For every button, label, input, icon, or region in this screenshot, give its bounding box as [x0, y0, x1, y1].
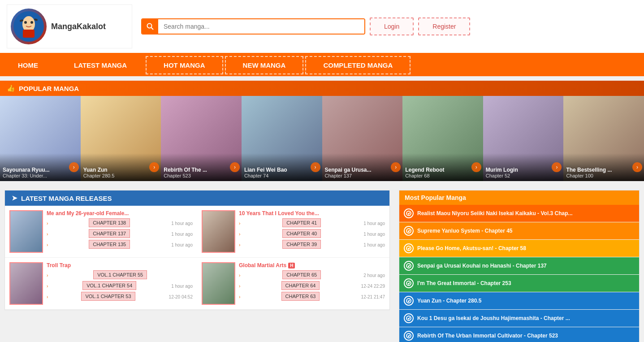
- popular-icon: 👍: [7, 84, 15, 92]
- nav-home[interactable]: HOME: [0, 54, 56, 76]
- nav-hot[interactable]: HOT MANGA: [146, 56, 223, 74]
- manga-card[interactable]: Legend Reboot Chapter 68 ›: [402, 96, 483, 181]
- search-input[interactable]: [158, 19, 364, 34]
- manga-title: Legend Reboot: [405, 167, 480, 173]
- right-panel: Most Popular Manga Realist Maou Niyoru S…: [394, 186, 644, 342]
- register-button[interactable]: Register: [418, 17, 470, 35]
- popular-item-text[interactable]: Realist Maou Niyoru Seiiki Naki Isekai K…: [417, 210, 635, 216]
- chapter-time: 1 hour ago: [171, 221, 193, 226]
- nav-latest[interactable]: LATEST MANGA: [56, 54, 145, 76]
- manga-card[interactable]: Yuan Zun Chapter 280.5 ›: [81, 96, 161, 181]
- latest-item: Troll Trap › VOL.1 CHAPTER 55 › VOL.1 CH…: [5, 258, 197, 310]
- logo-area: MangaKakalot: [7, 4, 132, 48]
- popular-item-text[interactable]: Senpai ga Urusai Kouhai no Hanashi - Cha…: [417, 263, 635, 269]
- chapter-button[interactable]: CHAPTER 63: [281, 292, 320, 301]
- latest-item: Me and My 26-year-old Female... › CHAPTE…: [5, 206, 197, 258]
- chapter-button[interactable]: CHAPTER 64: [281, 281, 320, 290]
- manga-title: Senpai ga Urusa...: [325, 167, 400, 173]
- nav-new[interactable]: NEW MANGA: [225, 56, 304, 74]
- popular-list-item[interactable]: Rebirth Of The Urban Immortal Cultivator…: [399, 327, 639, 342]
- chapter-arrow-icon: ›: [47, 294, 48, 299]
- popular-list-item[interactable]: Kou 1 Desu ga Isekai de Joushu Hajimemas…: [399, 310, 639, 327]
- manga-card[interactable]: The Bestselling ... Chapter 100 ›: [563, 96, 644, 181]
- popular-item-text[interactable]: Yuan Zun - Chapter 280.5: [417, 298, 635, 304]
- chapter-button[interactable]: CHAPTER 39: [282, 240, 321, 249]
- svg-rect-2: [23, 30, 35, 38]
- popular-header: 👍 POPULAR MANGA: [0, 81, 644, 96]
- chapter-button[interactable]: CHAPTER 40: [282, 229, 321, 238]
- chapter-row: › VOL.1 CHAPTER 55: [47, 270, 193, 280]
- popular-item-text[interactable]: Please Go Home, Akutsu-san! - Chapter 58: [417, 245, 635, 251]
- chapter-time: 1 hour ago: [363, 242, 385, 247]
- chapter-time: 12-20 04:52: [169, 294, 193, 299]
- manga-arrow-icon: ›: [632, 162, 642, 172]
- auth-buttons: Login Register: [370, 17, 470, 35]
- chapter-arrow-icon: ›: [239, 294, 240, 299]
- chapter-time: 12-24 22:29: [361, 284, 385, 289]
- chapter-time: 1 hour ago: [171, 232, 193, 237]
- chapter-arrow-icon: ›: [47, 242, 48, 247]
- chapter-arrow-icon: ›: [239, 273, 240, 278]
- popular-item-text[interactable]: Supreme Yanluo System - Chapter 45: [417, 228, 635, 234]
- svg-point-7: [147, 24, 152, 28]
- popular-title: POPULAR MANGA: [19, 85, 79, 92]
- nav-completed[interactable]: COMPLETED MANGA: [305, 56, 411, 74]
- manga-card[interactable]: Senpai ga Urusa... Chapter 137 ›: [322, 96, 403, 181]
- chapter-arrow-icon: ›: [47, 284, 48, 289]
- manga-card[interactable]: Murim Login Chapter 52 ›: [483, 96, 564, 181]
- chapter-row: › CHAPTER 39 1 hour ago: [239, 240, 385, 250]
- login-button[interactable]: Login: [370, 17, 414, 35]
- popular-list-item[interactable]: Yuan Zun - Chapter 280.5: [399, 292, 639, 310]
- popular-item-icon: [404, 226, 414, 236]
- latest-item-info: 10 Years That I Loved You the... › CHAPT…: [239, 210, 385, 253]
- latest-item-info: Global Martial ArtsH › CHAPTER 65 2 hour…: [239, 262, 385, 305]
- popular-item-icon: [404, 243, 414, 253]
- chapter-row: › CHAPTER 138 1 hour ago: [47, 218, 193, 228]
- manga-card[interactable]: Lian Fei Wei Bao Chapter 74 ›: [242, 96, 322, 181]
- latest-item-title[interactable]: Global Martial ArtsH: [239, 262, 385, 268]
- chapter-arrow-icon: ›: [47, 273, 48, 278]
- popular-list-item[interactable]: I'm The Great Immortal - Chapter 253: [399, 275, 639, 292]
- svg-point-4: [30, 21, 33, 24]
- popular-list-item[interactable]: Realist Maou Niyoru Seiiki Naki Isekai K…: [399, 205, 639, 222]
- manga-card[interactable]: Sayounara Ryuu... Chapter 33: Under... ›: [0, 96, 81, 181]
- latest-item-title[interactable]: Me and My 26-year-old Female...: [47, 210, 193, 216]
- chapter-button[interactable]: CHAPTER 137: [89, 229, 130, 238]
- chapter-arrow-icon: ›: [47, 221, 48, 226]
- chapter-button[interactable]: CHAPTER 135: [89, 240, 130, 249]
- chapter-button[interactable]: VOL.1 CHAPTER 53: [81, 292, 135, 301]
- manga-chapter: Chapter 137: [325, 173, 400, 178]
- manga-chapter: Chapter 52: [486, 173, 561, 178]
- latest-item-title[interactable]: 10 Years That I Loved You the...: [239, 210, 385, 216]
- chapter-button[interactable]: VOL.1 CHAPTER 54: [82, 281, 136, 290]
- popular-list-header: Most Popular Manga: [399, 190, 639, 205]
- manga-title: Lian Fei Wei Bao: [244, 167, 320, 173]
- popular-list-item[interactable]: Please Go Home, Akutsu-san! - Chapter 58: [399, 240, 639, 257]
- chapter-row: › CHAPTER 63 12-21 21:47: [239, 292, 385, 302]
- site-name: MangaKakalot: [51, 22, 106, 31]
- popular-item-icon: [404, 208, 414, 218]
- manga-arrow-icon: ›: [471, 162, 481, 172]
- popular-item-text[interactable]: Rebirth Of The Urban Immortal Cultivator…: [417, 333, 635, 339]
- manga-chapter: Chapter 74: [244, 173, 320, 178]
- chapter-button[interactable]: VOL.1 CHAPTER 55: [93, 270, 147, 279]
- manga-card[interactable]: Rebirth Of The ... Chapter 523 ›: [161, 96, 242, 181]
- chapter-time: 12-21 21:47: [361, 294, 385, 299]
- chapter-button[interactable]: CHAPTER 138: [89, 218, 130, 227]
- manga-arrow-icon: ›: [230, 162, 240, 172]
- popular-item-icon: [404, 331, 414, 341]
- popular-list-item[interactable]: Supreme Yanluo System - Chapter 45: [399, 222, 639, 240]
- latest-icon: ➤: [12, 194, 17, 202]
- chapter-button[interactable]: CHAPTER 41: [282, 218, 321, 227]
- chapter-button[interactable]: CHAPTER 65: [282, 270, 321, 279]
- popular-item-text[interactable]: I'm The Great Immortal - Chapter 253: [417, 280, 635, 286]
- chapter-time: 1 hour ago: [171, 242, 193, 247]
- header: MangaKakalot Login Register: [0, 0, 644, 54]
- popular-item-text[interactable]: Kou 1 Desu ga Isekai de Joushu Hajimemas…: [417, 315, 635, 321]
- popular-list-item[interactable]: Senpai ga Urusai Kouhai no Hanashi - Cha…: [399, 257, 639, 275]
- chapter-arrow-icon: ›: [239, 232, 240, 237]
- manga-chapter: Chapter 523: [164, 173, 239, 178]
- latest-title: LATEST MANGA RELEASES: [21, 195, 112, 202]
- latest-item-title[interactable]: Troll Trap: [47, 262, 193, 268]
- chapter-row: › CHAPTER 64 12-24 22:29: [239, 281, 385, 291]
